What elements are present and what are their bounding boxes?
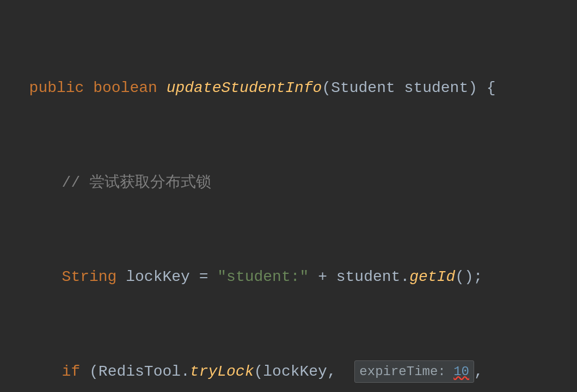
- line-4: if (RedisTool.tryLock(lockKey, expireTim…: [11, 336, 566, 383]
- keyword-if: if: [62, 363, 81, 380]
- hint-expireTime: expireTime: 10: [354, 360, 474, 383]
- keyword-boolean: boolean: [93, 79, 157, 96]
- comment-1: // 尝试获取分布式锁: [62, 174, 211, 191]
- keyword-public: public: [29, 79, 84, 96]
- line-1: public boolean updateStudentInfo(Student…: [11, 53, 566, 100]
- code-editor: public boolean updateStudentInfo(Student…: [11, 5, 566, 392]
- line-3: String lockKey = "student:" + student.ge…: [11, 242, 566, 289]
- line-2: // 尝试获取分布式锁: [11, 147, 566, 194]
- string-literal-student: "student:": [217, 268, 309, 285]
- method-updateStudentInfo: updateStudentInfo: [167, 79, 322, 96]
- method-getId: getId: [409, 268, 455, 285]
- keyword-string: String: [62, 268, 117, 285]
- method-tryLock: tryLock: [190, 363, 254, 380]
